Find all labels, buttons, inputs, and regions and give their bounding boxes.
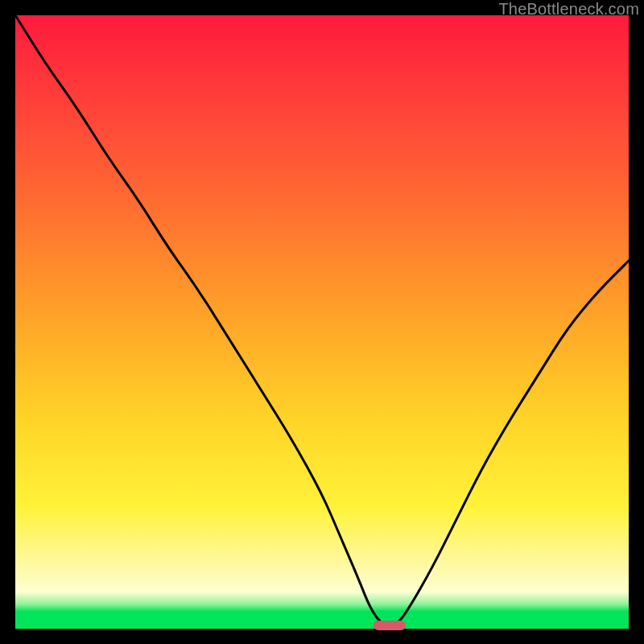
chart-frame: TheBottleneck.com [0,0,644,644]
bottleneck-curve [15,15,629,629]
watermark-text: TheBottleneck.com [498,0,639,19]
optimal-point-marker [374,621,406,630]
plot-area [15,15,629,629]
